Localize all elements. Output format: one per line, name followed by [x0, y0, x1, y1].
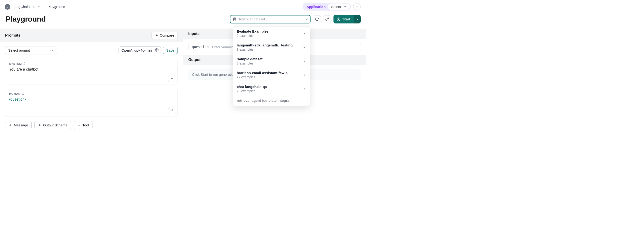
play-icon	[337, 17, 340, 21]
sort-icon[interactable]	[22, 92, 24, 95]
wand-icon	[170, 109, 173, 112]
compare-label: Compare	[160, 33, 174, 37]
dataset-option-name: harrison-email-assistant-few-s...	[237, 71, 290, 75]
plus-icon	[155, 34, 158, 37]
dataset-option[interactable]: chat-langchain-qa 20 examples	[233, 82, 310, 96]
output-title: Output	[188, 58, 200, 62]
dataset-option-name: chat-langchain-qa	[237, 85, 267, 89]
model-name: OpenAI gpt-4o-mini	[122, 48, 152, 52]
dataset-dropdown: Evaluate Examples 2 examples langsmith-s…	[233, 26, 310, 106]
message-content[interactable]: You are a chatbot.	[9, 67, 174, 72]
message-role-label: SYSTEM	[9, 62, 22, 65]
save-button[interactable]: Save	[163, 47, 178, 54]
template-variable: {question}	[9, 97, 26, 101]
svg-point-9	[156, 50, 157, 50]
message-card-system[interactable]: SYSTEM You are a chatbot.	[5, 59, 178, 84]
dataset-option[interactable]: Sample dataset 3 examples	[233, 54, 310, 68]
compare-button[interactable]: Compare	[152, 32, 178, 39]
add-output-schema-button[interactable]: Output Schema	[34, 121, 71, 129]
plus-icon	[38, 124, 41, 127]
chevron-right-icon	[302, 46, 306, 49]
start-label: Start	[342, 17, 350, 21]
plus-icon	[77, 124, 80, 127]
dataset-option[interactable]: retrieval-agent-template integra	[233, 96, 310, 106]
inputs-title: Inputs	[188, 32, 200, 36]
start-button[interactable]: Start	[334, 15, 354, 24]
prompts-title: Prompts	[5, 33, 20, 38]
dataset-option-count: 8 examples	[237, 48, 292, 51]
dataset-option[interactable]: harrison-email-assistant-few-s... 22 exa…	[233, 68, 310, 82]
variable-name: question	[192, 45, 209, 49]
message-role-label: HUMAN	[9, 92, 20, 95]
add-tool-button[interactable]: Tool	[74, 121, 92, 129]
magic-wand-button[interactable]	[168, 75, 175, 82]
dataset-option-count: 20 examples	[237, 89, 267, 93]
app-select-text: Select	[331, 5, 341, 9]
dataset-option[interactable]: langsmith-sdk.langsmith._testing 8 examp…	[233, 40, 310, 54]
breadcrumb: L LangChain Inc Playground	[5, 4, 65, 10]
magic-wand-button[interactable]	[168, 107, 175, 114]
add-button[interactable]	[353, 3, 361, 11]
dataset-option[interactable]: Evaluate Examples 2 examples	[233, 27, 310, 40]
chevron-right-icon	[302, 32, 306, 36]
dataset-search-input[interactable]	[238, 17, 305, 21]
dataset-option-count: 22 examples	[237, 75, 290, 79]
breadcrumb-separator-icon	[43, 6, 45, 8]
application-selector[interactable]: Application Select	[303, 3, 351, 11]
refresh-button[interactable]	[313, 15, 321, 23]
prompts-header: Prompts Compare	[0, 29, 183, 42]
add-output-schema-label: Output Schema	[43, 123, 68, 127]
chevron-right-icon	[302, 87, 306, 91]
add-tool-label: Tool	[82, 123, 89, 127]
plus-icon	[355, 5, 359, 9]
breadcrumb-current: Playground	[48, 5, 65, 9]
org-avatar: L	[5, 4, 10, 10]
message-card-human[interactable]: HUMAN {question}	[5, 89, 178, 117]
chevron-down-icon[interactable]	[38, 6, 40, 8]
svg-marker-6	[338, 19, 339, 20]
dataset-option-name: retrieval-agent-template integra	[237, 99, 289, 103]
plus-icon	[9, 124, 12, 127]
database-icon	[233, 17, 236, 21]
key-icon	[325, 17, 329, 21]
dataset-option-count: 3 examples	[237, 62, 262, 65]
add-message-label: Message	[14, 123, 28, 127]
dataset-option-name: langsmith-sdk.langsmith._testing	[237, 43, 292, 47]
sort-icon[interactable]	[23, 62, 26, 65]
dataset-search[interactable]	[230, 15, 310, 24]
chevron-down-icon	[343, 5, 346, 9]
dataset-option-name: Evaluate Examples	[237, 29, 268, 33]
chevron-right-icon	[302, 73, 306, 77]
model-selector[interactable]: OpenAI gpt-4o-mini	[118, 47, 155, 54]
svg-point-2	[233, 18, 236, 19]
breadcrumb-org[interactable]: LangChain Inc	[13, 5, 35, 9]
start-button-group: Start	[334, 15, 361, 24]
chevron-right-icon	[302, 59, 306, 63]
dataset-option-name: Sample dataset	[237, 57, 262, 61]
application-label: Application	[306, 5, 326, 9]
model-settings-button[interactable]	[153, 47, 161, 54]
chevron-down-icon	[51, 49, 54, 52]
api-key-button[interactable]	[323, 15, 331, 23]
dataset-option-count: 2 examples	[237, 34, 268, 38]
refresh-icon	[315, 17, 319, 21]
wand-icon	[170, 77, 173, 80]
start-dropdown[interactable]	[354, 15, 361, 24]
add-message-button[interactable]: Message	[5, 121, 32, 129]
page-title: Playground	[6, 15, 46, 24]
message-content[interactable]: {question}	[9, 97, 174, 102]
select-prompt-dropdown[interactable]: Select prompt	[5, 46, 57, 54]
application-select-pill[interactable]: Select	[328, 4, 350, 10]
select-prompt-label: Select prompt	[8, 48, 30, 52]
chevron-down-icon	[356, 18, 359, 21]
clear-icon[interactable]	[305, 18, 308, 21]
gear-icon	[155, 48, 159, 52]
